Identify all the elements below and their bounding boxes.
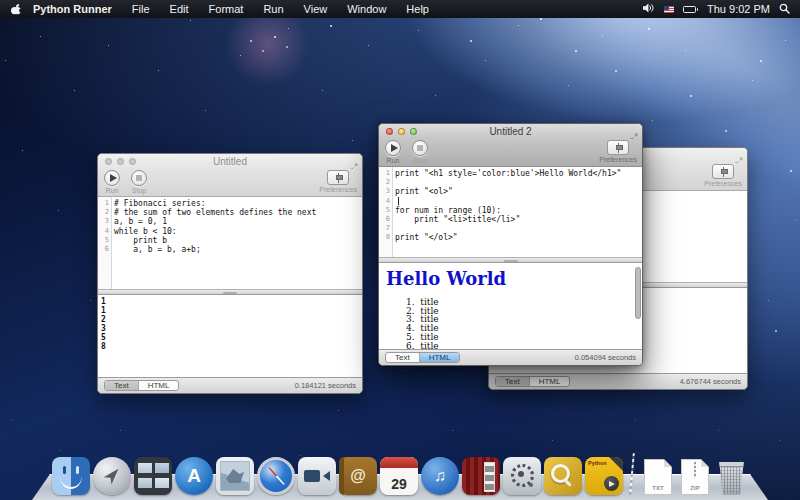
list-item: 6. title — [406, 342, 642, 349]
code-editor[interactable]: 1print "<h1 style='color:blue'>Hello Wor… — [379, 167, 642, 257]
menu-status-area: Thu 9:02 PM — [642, 3, 800, 16]
rendered-h1: Hello World — [379, 263, 642, 289]
dock: A @ 29 ♫ Python TXT ZIP — [50, 453, 750, 500]
menu-left: Python Runner File Edit Format Run View … — [0, 3, 439, 16]
text-view-button[interactable]: Text — [386, 353, 419, 362]
photo-booth-icon[interactable] — [462, 457, 500, 495]
menu-help[interactable]: Help — [396, 3, 439, 15]
menu-window[interactable]: Window — [337, 3, 396, 15]
txt-document-icon[interactable]: TXT — [644, 459, 672, 495]
bottom-bar: Text HTML 0.184121 seconds — [98, 377, 362, 393]
bottom-bar: Text HTML 0.054094 seconds — [379, 349, 642, 365]
text-view-button[interactable]: Text — [105, 381, 138, 390]
safari-icon[interactable] — [257, 457, 295, 495]
window-controls — [105, 158, 136, 165]
text-cursor — [398, 197, 399, 205]
elapsed-time: 4.676744 seconds — [680, 377, 741, 386]
html-view-button[interactable]: HTML — [419, 353, 460, 362]
list-item: 3. title — [406, 315, 642, 324]
finder-icon[interactable] — [52, 457, 90, 495]
facetime-icon[interactable] — [298, 457, 336, 495]
preferences-button[interactable]: Preferences — [599, 140, 637, 163]
preferences-icon — [327, 170, 349, 185]
menu-format[interactable]: Format — [199, 3, 254, 15]
rendered-ordered-list: 1. title 2. title 3. title 4. title 5. t… — [379, 298, 642, 349]
text-view-button[interactable]: Text — [496, 377, 529, 386]
address-book-icon[interactable]: @ — [339, 457, 377, 495]
html-view-button[interactable]: HTML — [138, 381, 179, 390]
volume-icon[interactable] — [642, 3, 655, 15]
toolbar: Run Stop Preferences — [98, 169, 362, 197]
view-mode-segmented-control: Text HTML — [385, 352, 460, 363]
mission-control-icon[interactable] — [134, 457, 172, 495]
list-item: 2. title — [406, 307, 642, 316]
window-untitled-2[interactable]: Untitled 2 Run Stop Preferences 1print "… — [378, 123, 643, 366]
mail-icon[interactable] — [216, 457, 254, 495]
run-button[interactable]: Run — [104, 170, 120, 194]
html-view-button[interactable]: HTML — [529, 377, 570, 386]
close-button[interactable] — [386, 128, 393, 135]
window-title: Untitled 2 — [429, 126, 592, 137]
active-app-name[interactable]: Python Runner — [31, 3, 122, 15]
preferences-icon — [712, 164, 734, 179]
list-item: 1. title — [406, 298, 642, 307]
elapsed-time: 0.184121 seconds — [295, 381, 356, 390]
preferences-button[interactable]: Preferences — [704, 164, 742, 187]
bottom-bar: Text HTML 4.676744 seconds — [489, 373, 747, 389]
window-untitled[interactable]: Untitled Run Stop Preferences 1# Fibonac… — [97, 153, 363, 394]
dock-icons: A @ 29 ♫ Python TXT ZIP — [50, 453, 750, 500]
stop-button[interactable]: Stop — [412, 140, 428, 164]
menu-run[interactable]: Run — [253, 3, 293, 15]
list-item: 4. title — [406, 324, 642, 333]
menu-file[interactable]: File — [122, 3, 160, 15]
play-badge-icon — [604, 476, 619, 491]
zoom-button[interactable] — [129, 158, 136, 165]
input-language-flag-icon[interactable] — [664, 6, 674, 13]
menu-edit[interactable]: Edit — [160, 3, 199, 15]
output-area[interactable]: 1 1 2 3 5 8 — [98, 295, 362, 377]
list-item: 5. title — [406, 333, 642, 342]
desktop: Python Runner File Edit Format Run View … — [0, 0, 800, 500]
view-mode-segmented-control: Text HTML — [104, 380, 179, 391]
minimize-button[interactable] — [398, 128, 405, 135]
stop-button[interactable]: Stop — [131, 170, 147, 194]
html-output-area[interactable]: Hello World 1. title 2. title 3. title 4… — [379, 263, 642, 349]
view-mode-segmented-control: Text HTML — [495, 376, 570, 387]
calendar-icon[interactable]: 29 — [380, 457, 418, 495]
itunes-icon[interactable]: ♫ — [421, 457, 459, 495]
minimize-button[interactable] — [117, 158, 124, 165]
code-editor[interactable]: 1# Fibonacci series: 2# the sum of two e… — [98, 197, 362, 289]
system-preferences-icon[interactable] — [503, 457, 541, 495]
python-runner-icon[interactable]: Python — [585, 457, 623, 495]
trash-icon[interactable] — [717, 462, 746, 495]
preferences-icon — [607, 140, 629, 155]
zoom-button[interactable] — [410, 128, 417, 135]
app-store-icon[interactable]: A — [175, 457, 213, 495]
menu-clock[interactable]: Thu 9:02 PM — [707, 3, 770, 15]
finder-utility-icon[interactable] — [544, 457, 582, 495]
preferences-button[interactable]: Preferences — [319, 170, 357, 193]
titlebar[interactable]: Untitled 2 — [379, 124, 642, 139]
zip-archive-icon[interactable]: ZIP — [681, 459, 709, 495]
apple-menu-icon[interactable] — [0, 3, 31, 16]
run-button[interactable]: Run — [385, 140, 401, 164]
toolbar: Run Stop Preferences — [379, 139, 642, 167]
menu-bar: Python Runner File Edit Format Run View … — [0, 0, 800, 18]
window-title: Untitled — [148, 156, 312, 167]
battery-icon[interactable] — [683, 6, 699, 13]
dock-separator — [629, 453, 635, 495]
window-controls — [386, 128, 417, 135]
menu-view[interactable]: View — [294, 3, 338, 15]
spotlight-icon[interactable] — [779, 3, 790, 16]
elapsed-time: 0.054094 seconds — [575, 353, 636, 362]
launchpad-icon[interactable] — [93, 457, 131, 495]
close-button[interactable] — [105, 158, 112, 165]
titlebar[interactable]: Untitled — [98, 154, 362, 169]
scrollbar-thumb[interactable] — [635, 267, 641, 319]
